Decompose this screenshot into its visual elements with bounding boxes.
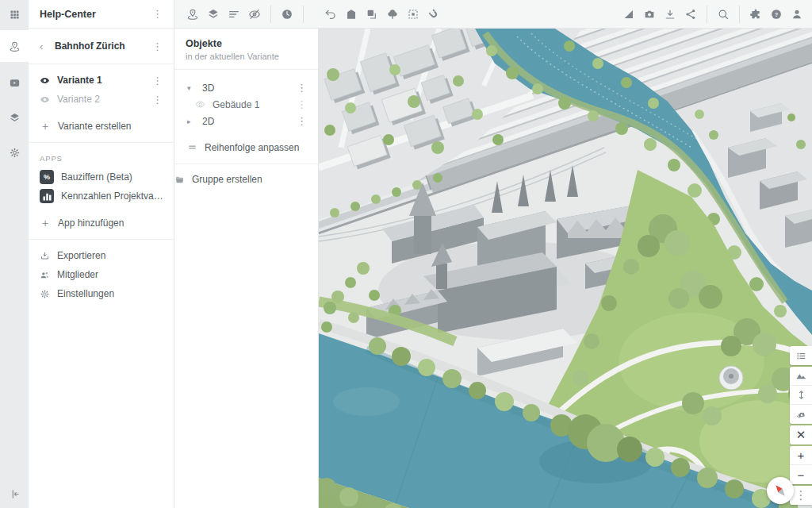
placemark-tool-button[interactable] <box>182 4 203 25</box>
zoom-out-button[interactable]: − <box>790 465 812 484</box>
app-item-kennzahlen[interactable]: Kennzahlen Projektvarianten <box>29 187 174 206</box>
plus-icon: + <box>40 217 51 229</box>
share-button[interactable] <box>680 4 701 25</box>
slope-measure-button[interactable] <box>619 4 639 25</box>
clock-icon <box>281 8 293 21</box>
help-button[interactable]: ? <box>766 4 787 25</box>
person-icon <box>791 8 803 21</box>
left-icon-rail <box>0 0 29 508</box>
project-name: Bahnhof Zürich <box>55 40 125 52</box>
share-icon <box>684 8 697 21</box>
create-variant-button[interactable]: + Variante erstellen <box>29 117 174 136</box>
visibility-eye-icon[interactable] <box>40 75 50 86</box>
tree-node-2d[interactable]: ▸ 2D ⋮ <box>174 113 318 129</box>
project-menu-kebab-icon[interactable]: ⋮ <box>149 40 166 53</box>
duplicate-tool-button[interactable] <box>362 4 382 25</box>
tree-node-kebab-icon[interactable]: ⋮ <box>293 114 310 128</box>
variant-menu-kebab-icon[interactable]: ⋮ <box>149 74 166 87</box>
sort-tool-button[interactable] <box>224 4 244 25</box>
back-chevron-icon[interactable]: ‹ <box>40 40 48 52</box>
vegetation-tool-button[interactable] <box>382 4 403 25</box>
apps-section: APPS % Bauziffern (Beta) Kennzahlen Proj… <box>29 143 174 240</box>
zoom-in-button[interactable]: + <box>790 446 812 465</box>
settings-link[interactable]: Einstellungen <box>29 284 174 303</box>
map-viewport-3d[interactable]: ✕ + − ⋮ <box>319 29 812 508</box>
add-app-label: App hinzufügen <box>58 217 124 229</box>
objects-tree: ▾ 3D ⋮ Gebäude 1 ⋮ ▸ 2D ⋮ <box>174 70 318 164</box>
tree-node-3d[interactable]: ▾ 3D ⋮ <box>174 79 318 96</box>
create-group-button[interactable]: Gruppe erstellen <box>174 164 318 194</box>
gear-icon <box>40 289 50 299</box>
variant-label: Variante 1 <box>57 75 102 86</box>
objects-subtitle: in der aktuellen Variante <box>186 52 307 61</box>
toolbar-divider <box>739 6 740 23</box>
eye-outline-icon[interactable] <box>195 99 205 110</box>
undo-button[interactable] <box>320 4 341 25</box>
camera-icon <box>643 8 656 21</box>
variant-row-2[interactable]: Variante 2 ⋮ <box>29 90 174 109</box>
members-people-icon <box>40 270 50 280</box>
tree-node-kebab-icon[interactable]: ⋮ <box>293 81 310 94</box>
apps-section-label: APPS <box>29 149 174 167</box>
variant-menu-kebab-icon[interactable]: ⋮ <box>149 93 166 106</box>
close-tool-button[interactable]: ✕ <box>790 425 812 444</box>
visibility-eye-off-icon[interactable] <box>40 94 50 105</box>
screenshot-button[interactable] <box>639 4 660 25</box>
variants-section: Variante 1 ⋮ Variante 2 ⋮ + Variante ers… <box>29 64 174 143</box>
sort-lines-icon <box>228 8 240 21</box>
placemark-3d-icon <box>9 40 21 52</box>
tree-node-gebaeude-1[interactable]: Gebäude 1 ⋮ <box>174 96 318 113</box>
export-label: Exportieren <box>57 250 105 261</box>
tree-icon <box>386 8 399 21</box>
rail-item-layers[interactable] <box>0 103 29 132</box>
footer-links-section: Exportieren Mitglieder Einstellungen <box>29 240 174 310</box>
export-link[interactable]: Exportieren <box>29 246 174 265</box>
help-icon: ? <box>770 8 783 21</box>
caret-right-icon[interactable]: ▸ <box>187 117 195 125</box>
top-toolbar: ? <box>174 0 812 29</box>
search-button[interactable] <box>713 4 733 25</box>
compass-button[interactable] <box>767 477 794 504</box>
app-item-bauziffern[interactable]: % Bauziffern (Beta) <box>29 167 174 187</box>
legend-button[interactable] <box>790 346 812 365</box>
variant-row-1[interactable]: Variante 1 ⋮ <box>29 71 174 90</box>
camera-rotate-button[interactable] <box>790 405 812 424</box>
layers-tool-button[interactable] <box>203 4 224 25</box>
elevation-arrows-icon <box>795 389 807 401</box>
add-app-button[interactable]: + App hinzufügen <box>29 214 174 233</box>
account-button[interactable] <box>787 4 807 25</box>
workspace-menu-kebab-icon[interactable]: ⋮ <box>149 7 166 21</box>
elevation-button[interactable] <box>790 386 812 405</box>
building-icon <box>345 8 358 21</box>
project-row[interactable]: ‹ Bahnhof Zürich ⋮ <box>29 35 174 57</box>
app-item-label: Kennzahlen Projektvarianten <box>61 190 166 202</box>
camera-rotate-icon <box>795 409 807 421</box>
plus-icon: + <box>40 120 51 133</box>
area-select-tool-button[interactable] <box>403 4 423 25</box>
workspace-title: Help-Center <box>40 9 96 20</box>
terrain-button[interactable] <box>790 367 812 386</box>
visibility-off-tool-button[interactable] <box>244 4 265 25</box>
plugins-button[interactable] <box>745 4 766 25</box>
rail-item-settings[interactable] <box>0 138 29 167</box>
search-icon <box>717 8 730 21</box>
rail-item-tutorials[interactable] <box>0 68 29 97</box>
history-button[interactable] <box>277 4 297 25</box>
map-controls: ✕ + − ⋮ <box>790 346 812 505</box>
rail-item-placemarks[interactable] <box>0 30 29 62</box>
toolbar-right-group: ? <box>619 4 807 25</box>
members-link[interactable]: Mitglieder <box>29 265 174 284</box>
apps-grid-icon[interactable] <box>0 0 29 29</box>
export-icon <box>40 251 50 261</box>
eye-off-icon <box>248 8 261 21</box>
tree-node-kebab-icon[interactable]: ⋮ <box>293 98 310 111</box>
download-button[interactable] <box>660 4 680 25</box>
collapse-sidebar-button[interactable] <box>0 479 29 508</box>
reorder-button[interactable]: Reihenfolge anpassen <box>174 139 318 156</box>
reorder-label: Reihenfolge anpassen <box>205 142 299 153</box>
caret-down-icon[interactable]: ▾ <box>187 84 195 92</box>
create-variant-label: Variante erstellen <box>58 121 132 132</box>
snap-tool-button[interactable] <box>423 4 444 25</box>
building-tool-button[interactable] <box>341 4 362 25</box>
reorder-lines-icon <box>187 142 197 152</box>
